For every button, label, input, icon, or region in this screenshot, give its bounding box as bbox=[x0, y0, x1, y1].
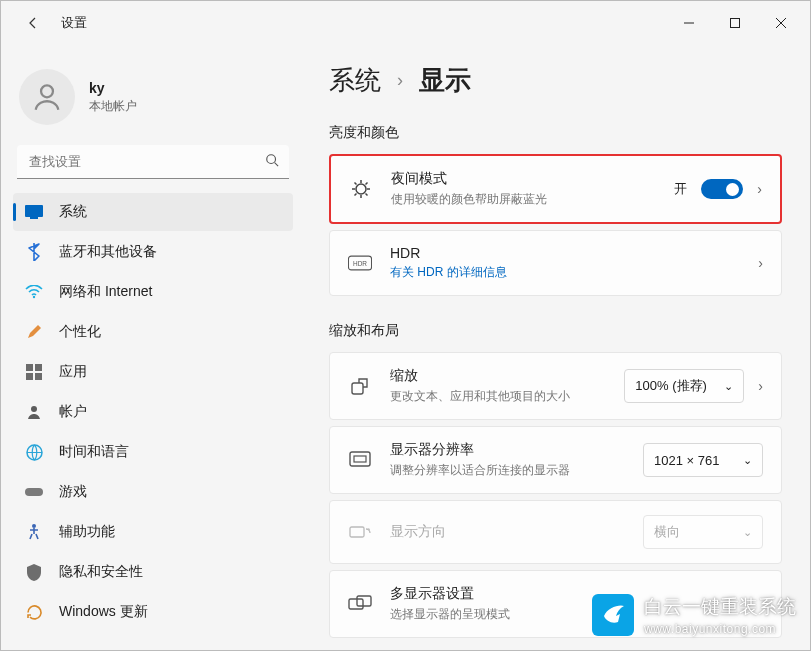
scale-icon bbox=[348, 376, 372, 396]
svg-point-2 bbox=[267, 155, 276, 164]
sidebar-item-label: 隐私和安全性 bbox=[59, 563, 143, 581]
profile-block[interactable]: ky 本地帐户 bbox=[13, 57, 293, 145]
sidebar-item-network[interactable]: 网络和 Internet bbox=[13, 273, 293, 311]
sidebar-item-bluetooth[interactable]: 蓝牙和其他设备 bbox=[13, 233, 293, 271]
search-box bbox=[17, 145, 289, 179]
svg-rect-21 bbox=[349, 599, 363, 609]
svg-rect-8 bbox=[26, 373, 33, 380]
search-input[interactable] bbox=[17, 145, 289, 179]
card-resolution[interactable]: 显示器分辨率 调整分辨率以适合所连接的显示器 1021 × 761 ⌄ bbox=[329, 426, 782, 494]
orientation-select: 横向 ⌄ bbox=[643, 515, 763, 549]
back-button[interactable] bbox=[17, 7, 49, 39]
chevron-right-icon: › bbox=[757, 181, 762, 197]
sidebar-item-apps[interactable]: 应用 bbox=[13, 353, 293, 391]
orientation-icon bbox=[348, 524, 372, 540]
section-scale: 缩放和布局 bbox=[329, 322, 782, 340]
resolution-value: 1021 × 761 bbox=[654, 453, 719, 468]
sidebar-item-time[interactable]: 时间和语言 bbox=[13, 433, 293, 471]
resolution-sub: 调整分辨率以适合所连接的显示器 bbox=[390, 462, 625, 479]
minimize-button[interactable] bbox=[666, 7, 712, 39]
main-panel: 系统 › 显示 亮度和颜色 夜间模式 使用较暖的颜色帮助屏蔽蓝光 开 › HDR bbox=[301, 45, 810, 650]
chevron-right-icon: › bbox=[758, 255, 763, 271]
resolution-icon bbox=[348, 451, 372, 469]
system-icon bbox=[25, 203, 43, 221]
orientation-title: 显示方向 bbox=[390, 523, 625, 541]
sidebar-item-label: Windows 更新 bbox=[59, 603, 148, 621]
sidebar-item-label: 系统 bbox=[59, 203, 87, 221]
sidebar-item-personalize[interactable]: 个性化 bbox=[13, 313, 293, 351]
sidebar-item-accounts[interactable]: 帐户 bbox=[13, 393, 293, 431]
nightlight-sub: 使用较暖的颜色帮助屏蔽蓝光 bbox=[391, 191, 656, 208]
brush-icon bbox=[25, 323, 43, 341]
watermark: 白云一键重装系统 www.baiyunxitong.com bbox=[592, 594, 796, 636]
nightlight-toggle-label: 开 bbox=[674, 180, 687, 198]
scale-value: 100% (推荐) bbox=[635, 377, 707, 395]
sidebar-item-gaming[interactable]: 游戏 bbox=[13, 473, 293, 511]
multi-display-icon bbox=[348, 595, 372, 613]
watermark-text: 白云一键重装系统 bbox=[644, 596, 796, 617]
sidebar-item-label: 时间和语言 bbox=[59, 443, 129, 461]
sidebar-item-label: 游戏 bbox=[59, 483, 87, 501]
sidebar-item-label: 个性化 bbox=[59, 323, 101, 341]
sidebar: ky 本地帐户 系统 蓝牙和其他设备 网络和 Internet bbox=[1, 45, 301, 650]
orientation-value: 横向 bbox=[654, 523, 680, 541]
svg-rect-0 bbox=[731, 19, 740, 28]
chevron-right-icon: › bbox=[758, 378, 763, 394]
sidebar-item-update[interactable]: Windows 更新 bbox=[13, 593, 293, 631]
svg-text:HDR: HDR bbox=[353, 260, 367, 267]
svg-rect-18 bbox=[350, 452, 370, 466]
svg-rect-20 bbox=[350, 527, 364, 537]
scale-sub: 更改文本、应用和其他项目的大小 bbox=[390, 388, 606, 405]
svg-point-14 bbox=[356, 184, 366, 194]
nightlight-icon bbox=[349, 178, 373, 200]
maximize-button[interactable] bbox=[712, 7, 758, 39]
search-icon bbox=[265, 153, 279, 171]
sidebar-item-system[interactable]: 系统 bbox=[13, 193, 293, 231]
sidebar-item-accessibility[interactable]: 辅助功能 bbox=[13, 513, 293, 551]
breadcrumb-root[interactable]: 系统 bbox=[329, 63, 381, 98]
svg-point-13 bbox=[32, 524, 36, 528]
hdr-link[interactable]: 有关 HDR 的详细信息 bbox=[390, 264, 740, 281]
hdr-icon: HDR bbox=[348, 255, 372, 271]
svg-rect-6 bbox=[26, 364, 33, 371]
svg-point-1 bbox=[41, 85, 53, 97]
svg-point-5 bbox=[33, 296, 35, 298]
svg-point-10 bbox=[31, 406, 37, 412]
chevron-down-icon: ⌄ bbox=[743, 454, 752, 467]
sidebar-item-label: 蓝牙和其他设备 bbox=[59, 243, 157, 261]
svg-rect-3 bbox=[25, 205, 43, 217]
nightlight-title: 夜间模式 bbox=[391, 170, 656, 188]
card-nightlight[interactable]: 夜间模式 使用较暖的颜色帮助屏蔽蓝光 开 › bbox=[329, 154, 782, 224]
svg-rect-19 bbox=[354, 456, 366, 462]
breadcrumb: 系统 › 显示 bbox=[329, 63, 782, 98]
svg-rect-17 bbox=[352, 383, 363, 394]
scale-select[interactable]: 100% (推荐) ⌄ bbox=[624, 369, 744, 403]
wifi-icon bbox=[25, 283, 43, 301]
apps-icon bbox=[25, 363, 43, 381]
profile-subtitle: 本地帐户 bbox=[89, 98, 137, 115]
profile-name: ky bbox=[89, 80, 137, 96]
hdr-title: HDR bbox=[390, 245, 740, 261]
svg-rect-22 bbox=[357, 596, 371, 606]
close-button[interactable] bbox=[758, 7, 804, 39]
sidebar-item-label: 辅助功能 bbox=[59, 523, 115, 541]
titlebar: 设置 bbox=[1, 1, 810, 45]
card-orientation: 显示方向 横向 ⌄ bbox=[329, 500, 782, 564]
resolution-select[interactable]: 1021 × 761 ⌄ bbox=[643, 443, 763, 477]
sidebar-item-label: 帐户 bbox=[59, 403, 87, 421]
window-title: 设置 bbox=[61, 14, 87, 32]
svg-rect-9 bbox=[35, 373, 42, 380]
chevron-down-icon: ⌄ bbox=[743, 526, 752, 539]
person-icon bbox=[25, 403, 43, 421]
card-hdr[interactable]: HDR HDR 有关 HDR 的详细信息 › bbox=[329, 230, 782, 296]
svg-rect-12 bbox=[25, 488, 43, 496]
globe-icon bbox=[25, 443, 43, 461]
accessibility-icon bbox=[25, 523, 43, 541]
scale-title: 缩放 bbox=[390, 367, 606, 385]
card-scale[interactable]: 缩放 更改文本、应用和其他项目的大小 100% (推荐) ⌄ › bbox=[329, 352, 782, 420]
nav-list: 系统 蓝牙和其他设备 网络和 Internet 个性化 应用 帐户 bbox=[13, 193, 293, 631]
nightlight-toggle[interactable] bbox=[701, 179, 743, 199]
sidebar-item-privacy[interactable]: 隐私和安全性 bbox=[13, 553, 293, 591]
watermark-url: www.baiyunxitong.com bbox=[644, 622, 796, 636]
bluetooth-icon bbox=[25, 243, 43, 261]
